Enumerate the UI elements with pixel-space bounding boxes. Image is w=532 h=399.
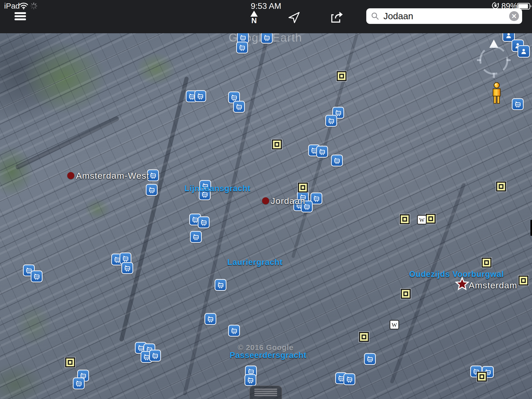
clock: 9:53 AM <box>251 1 281 11</box>
street-grid-texture <box>0 0 532 399</box>
tram-station-icon[interactable] <box>228 325 240 337</box>
tram-station-icon[interactable] <box>198 216 210 228</box>
menu-button[interactable] <box>15 12 26 22</box>
placemark-icon[interactable] <box>496 182 506 191</box>
hamburger-icon <box>15 12 26 14</box>
tram-station-icon[interactable] <box>325 115 337 127</box>
pegman[interactable] <box>491 82 502 104</box>
tram-station-icon[interactable] <box>194 90 206 102</box>
share-button[interactable] <box>329 9 344 24</box>
wifi-icon <box>19 3 28 9</box>
search-input[interactable] <box>383 11 509 22</box>
google-earth-app: Google Earth © 2016 Google WWAmsterdam-W… <box>0 0 532 399</box>
tram-station-icon[interactable] <box>31 270 43 282</box>
placemark-icon[interactable] <box>482 258 491 268</box>
screen-edge-artifact <box>530 220 532 236</box>
tram-station-icon[interactable] <box>364 353 376 365</box>
search-icon <box>371 12 379 20</box>
placemark-icon[interactable] <box>359 332 369 342</box>
top-bar: iPad 9:53 AM 89 <box>0 0 532 33</box>
photo-icon[interactable] <box>517 45 530 58</box>
wikipedia-icon[interactable]: W <box>417 215 427 225</box>
tram-station-icon[interactable] <box>343 373 355 385</box>
tram-station-icon[interactable] <box>199 188 211 200</box>
tram-station-icon[interactable] <box>190 231 202 243</box>
tram-station-icon[interactable] <box>147 169 159 181</box>
activity-spinner <box>30 2 37 10</box>
north-arrow-icon <box>250 11 258 17</box>
tram-station-icon[interactable] <box>316 146 328 158</box>
tram-station-icon[interactable] <box>261 32 273 44</box>
placemark-icon[interactable] <box>65 357 75 367</box>
wikipedia-icon[interactable]: W <box>390 320 399 330</box>
placemark-icon[interactable] <box>298 183 308 192</box>
carrier-label: iPad <box>4 2 20 10</box>
tram-station-icon[interactable] <box>331 155 343 167</box>
map-view[interactable]: Google Earth © 2016 Google WWAmsterdam-W… <box>0 0 532 399</box>
placemark-icon[interactable] <box>400 214 410 224</box>
compass-widget[interactable] <box>477 39 511 78</box>
tram-station-icon[interactable] <box>73 377 85 389</box>
placemark-icon[interactable] <box>272 139 282 149</box>
tram-station-icon[interactable] <box>236 42 248 54</box>
my-location-button[interactable] <box>287 10 301 24</box>
north-label: N <box>247 17 261 24</box>
tram-station-icon[interactable] <box>244 374 256 386</box>
tram-station-icon[interactable] <box>146 184 158 196</box>
clear-search-button[interactable]: ✕ <box>509 11 519 21</box>
tram-station-icon[interactable] <box>215 279 227 291</box>
copyright-label: © 2016 Google <box>238 343 294 352</box>
north-indicator[interactable]: N <box>247 11 261 24</box>
placemark-icon[interactable] <box>518 276 528 285</box>
placemark-icon[interactable] <box>426 214 436 224</box>
tram-station-icon[interactable] <box>204 313 216 325</box>
placemark-icon[interactable] <box>477 372 487 382</box>
search-field[interactable]: ✕ <box>366 8 522 24</box>
tram-station-icon[interactable] <box>121 262 133 274</box>
tram-station-icon[interactable] <box>512 98 524 110</box>
placemark-icon[interactable] <box>401 289 411 299</box>
tram-station-icon[interactable] <box>233 101 245 113</box>
tram-station-icon[interactable] <box>301 201 313 212</box>
tram-station-icon[interactable] <box>149 350 161 362</box>
placemark-icon[interactable] <box>337 71 347 81</box>
drawer-handle[interactable] <box>249 385 282 399</box>
